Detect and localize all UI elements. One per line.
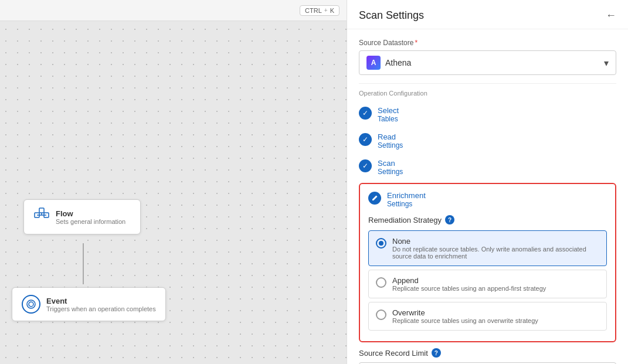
kbd-separator: + [324,7,328,13]
svg-point-6 [29,302,33,307]
athena-icon: A [366,56,381,70]
right-panel: Scan Settings ← Source Datastore * A Ath… [347,0,628,364]
event-node-title: Event [46,297,156,305]
operation-config-label: Operation Configuration [359,83,616,97]
flow-node-text: Flow Sets general information [56,209,125,225]
step-text-read: Read Settings [378,132,403,149]
k-key: K [330,7,334,14]
step-sub-select: Tables [378,115,399,123]
radio-circle-none [376,238,386,249]
radio-option-append[interactable]: Append Replicate source tables using an … [368,270,607,298]
radio-title-append: Append [392,276,546,285]
radio-text-overwrite: Overwrite Replicate source tables using … [392,308,538,324]
radio-circle-append [376,277,386,288]
step-check-scan: ✓ [359,159,372,172]
panel-title: Scan Settings [359,9,424,22]
flow-node-subtitle: Sets general information [56,218,125,225]
step-title-scan: Scan [378,159,403,168]
source-datastore-label: Source Datastore * [359,39,616,47]
enrichment-section: Enrichment Settings Remediation Strategy… [359,183,616,342]
source-datastore-select[interactable]: A Athena ▾ [359,50,616,75]
radio-desc-append: Replicate source tables using an append-… [392,285,546,292]
source-record-limit-section: Source Record Limit ? Value must be betw… [359,348,616,364]
flow-node-title: Flow [56,209,125,218]
step-sub-read: Settings [378,141,403,149]
step-list: ✓ Select Tables ✓ Read Settings ✓ Scan S… [359,101,616,181]
step-read[interactable]: ✓ Read Settings [359,128,616,154]
flow-node[interactable]: Flow Sets general information [23,199,141,234]
dropdown-arrow-icon: ▾ [604,57,609,69]
event-node[interactable]: Event Triggers when an operation complet… [12,287,166,321]
step-sub-enrichment: Settings [387,200,426,208]
step-select[interactable]: ✓ Select Tables [359,101,616,128]
radio-text-append: Append Replicate source tables using an … [392,276,546,292]
step-title-read: Read [378,132,403,141]
source-limit-help-icon[interactable]: ? [432,348,441,358]
canvas-topbar: CTRL + K [0,0,347,21]
step-text-select: Select Tables [378,106,399,123]
radio-circle-overwrite [376,309,386,320]
back-button[interactable]: ← [606,9,616,22]
step-check-read: ✓ [359,133,372,146]
radio-title-overwrite: Overwrite [392,308,538,317]
ctrl-key: CTRL [305,7,322,14]
remediation-help-icon[interactable]: ? [445,215,454,224]
panel-header: Scan Settings ← [347,0,628,29]
radio-desc-none: Do not replicate source tables. Only wri… [392,246,599,260]
event-node-icon [22,295,40,314]
step-text-scan: Scan Settings [378,159,403,176]
step-check-enrichment [368,192,381,205]
event-node-subtitle: Triggers when an operation completes [46,305,156,312]
event-node-text: Event Triggers when an operation complet… [46,297,156,312]
athena-label: Athena [385,58,411,67]
node-connector [83,243,84,284]
flow-node-icon [33,207,50,227]
step-scan[interactable]: ✓ Scan Settings [359,154,616,181]
svg-rect-2 [39,208,44,213]
canvas-area: CTRL + K Flow Sets general information [0,0,347,364]
panel-body: Source Datastore * A Athena ▾ Operation … [347,29,628,364]
enrichment-header: Enrichment Settings [368,191,607,208]
step-check-select: ✓ [359,107,372,120]
source-record-limit-label: Source Record Limit ? [359,348,616,358]
select-box-left: A Athena [366,56,411,70]
remediation-strategy-title: Remediation Strategy ? [368,215,607,224]
required-marker: * [415,39,417,47]
radio-option-none[interactable]: None Do not replicate source tables. Onl… [368,230,607,266]
radio-option-overwrite[interactable]: Overwrite Replicate source tables using … [368,302,607,331]
source-datastore-field: Source Datastore * A Athena ▾ [359,39,616,75]
step-title-enrichment: Enrichment [387,191,426,200]
step-sub-scan: Settings [378,168,403,176]
svg-point-7 [27,300,35,308]
radio-title-none: None [392,237,599,246]
radio-text-none: None Do not replicate source tables. Onl… [392,237,599,260]
keyboard-shortcut: CTRL + K [300,5,340,16]
step-title-select: Select [378,106,399,115]
step-text-enrichment: Enrichment Settings [387,191,426,208]
radio-desc-overwrite: Replicate source tables using an overwri… [392,317,538,324]
